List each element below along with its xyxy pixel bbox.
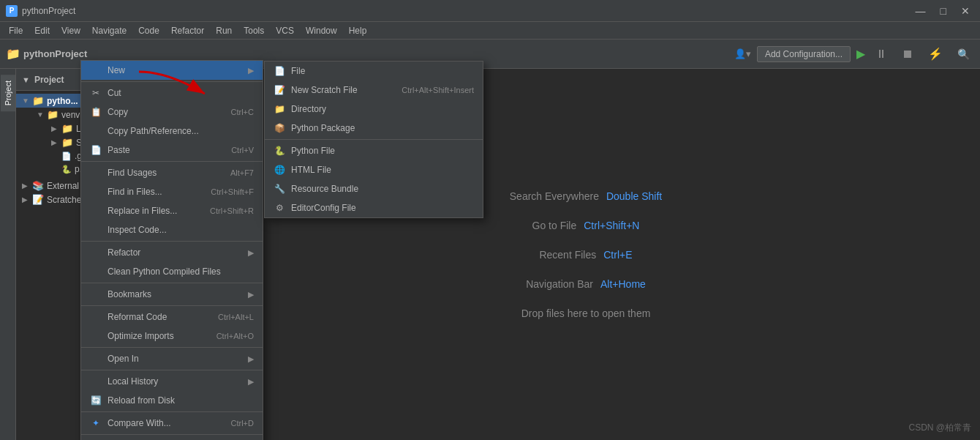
paste-icon: 📄 (90, 144, 102, 156)
ctx-replaceinfiles-label: Replace in Files... (108, 206, 204, 216)
separator-5 (81, 305, 263, 306)
ctx-cleancompiled[interactable]: Clean Python Compiled Files (81, 262, 263, 281)
comparewith-icon: ✦ (90, 417, 102, 429)
project-panel-title: Project (34, 75, 64, 85)
inspectcode-icon (90, 224, 102, 236)
tree-arrow-root: ▼ (22, 97, 29, 105)
ctx-paste[interactable]: 📄 Paste Ctrl+V (81, 141, 263, 160)
ctx-findinfiles-label: Find in Files... (108, 187, 205, 197)
ctx-findinfiles[interactable]: Find in Files... Ctrl+Shift+F (81, 182, 263, 201)
menu-help[interactable]: Help (343, 24, 373, 37)
context-menu: New ▶ 📄 File 📝 New Scratch File Ctrl+Alt… (80, 60, 263, 440)
separator-1 (81, 81, 263, 82)
project-name: pythonProject (23, 48, 87, 59)
menu-window[interactable]: Window (300, 24, 343, 37)
hint-recentfiles-text: Recent Files (539, 249, 596, 261)
ctx-findusages-label: Find Usages (108, 168, 225, 178)
ctx-new[interactable]: New ▶ 📄 File 📝 New Scratch File Ctrl+Alt… (81, 61, 263, 80)
user-icon[interactable]: 👤▾ (734, 48, 751, 59)
hint-gotofile: Go to File Ctrl+Shift+N (532, 220, 640, 231)
menu-run[interactable]: Run (210, 24, 238, 37)
ctx-reloadfromdisk-label: Reload from Disk (108, 395, 254, 406)
file-icon-main: 🐍 (61, 165, 72, 174)
ctx-findusages[interactable]: Find Usages Alt+F7 (81, 163, 263, 182)
search-btn[interactable]: 🔍 (953, 47, 974, 61)
tree-arrow-venv: ▼ (37, 111, 44, 119)
htmlfile-icon: 🌐 (274, 164, 285, 176)
ctx-optimizeimports[interactable]: Optimize Imports Ctrl+Alt+O (81, 327, 263, 346)
ctx-inspectcode[interactable]: Inspect Code... (81, 220, 263, 239)
menu-refactor[interactable]: Refactor (165, 24, 210, 37)
ctx-bookmarks[interactable]: Bookmarks ▶ (81, 285, 263, 304)
ctx-localhistory-label: Local History (108, 376, 239, 387)
ctx-paste-shortcut: Ctrl+V (231, 146, 254, 154)
sub-pythonpkg-label: Python Package (291, 123, 474, 133)
ctx-findinfiles-shortcut: Ctrl+Shift+F (211, 187, 254, 196)
scratch-icon: 📝 (274, 84, 285, 96)
menu-code[interactable]: Code (132, 24, 165, 37)
hint-search-text: Search Everywhere (510, 190, 599, 202)
maximize-btn[interactable]: □ (936, 4, 951, 18)
sub-newscratch[interactable]: 📝 New Scratch File Ctrl+Alt+Shift+Insert (265, 81, 483, 100)
menu-edit[interactable]: Edit (29, 24, 56, 37)
menu-file[interactable]: File (3, 24, 29, 37)
localhistory-arrow: ▶ (248, 377, 254, 387)
copypath-icon (90, 125, 102, 137)
folder-icon-root: 📁 (32, 95, 44, 106)
folder-icon-venv: 📁 (47, 109, 59, 120)
openin-arrow: ▶ (248, 354, 254, 364)
ctx-findusages-shortcut: Alt+F7 (230, 168, 254, 177)
ctx-inspectcode-label: Inspect Code... (108, 225, 254, 235)
menu-tools[interactable]: Tools (238, 24, 270, 37)
menu-navigate[interactable]: Navigate (86, 24, 132, 37)
ctx-comparewith[interactable]: ✦ Compare With... Ctrl+D (81, 414, 263, 433)
sub-file[interactable]: 📄 File (265, 61, 483, 81)
folder-icon-scripts: 📁 (61, 137, 73, 148)
ctx-copypath[interactable]: Copy Path/Reference... (81, 122, 263, 141)
ctx-cut[interactable]: ✂ Cut (81, 83, 263, 102)
ctx-reloadfromdisk[interactable]: 🔄 Reload from Disk (81, 391, 263, 410)
toolbar-right: 👤▾ Add Configuration... ▶ ⏸ ⏹ ⚡ 🔍 (734, 45, 974, 62)
pause-btn[interactable]: ⏸ (871, 46, 892, 62)
coverage-btn[interactable]: ⚡ (924, 45, 947, 62)
sub-editorconfigfile-label: EditorConfig File (291, 203, 474, 213)
sub-resourcebundle[interactable]: 🔧 Resource Bundle (265, 179, 483, 198)
sub-editorconfigfile[interactable]: ⚙ EditorConfig File (265, 198, 483, 217)
add-configuration-btn[interactable]: Add Configuration... (757, 46, 851, 62)
resourcebundle-icon: 🔧 (274, 183, 285, 195)
minimize-btn[interactable]: — (911, 4, 930, 18)
scratches-icon: 📝 (32, 194, 44, 205)
ctx-localhistory[interactable]: Local History ▶ (81, 372, 263, 391)
ctx-paste-label: Paste (108, 145, 225, 155)
menu-view[interactable]: View (56, 24, 86, 37)
stop-btn[interactable]: ⏹ (897, 46, 918, 62)
separator-6 (81, 347, 263, 348)
watermark: CSDN @柏常青 (908, 422, 971, 434)
ctx-copy-label: Copy (108, 107, 225, 117)
sub-htmlfile-label: HTML File (291, 165, 474, 175)
openin-icon (90, 353, 102, 365)
folder-icon-lib: 📁 (61, 123, 73, 134)
ctx-reformatcode[interactable]: Reformat Code Ctrl+Alt+L (81, 307, 263, 327)
new-submenu: 📄 File 📝 New Scratch File Ctrl+Alt+Shift… (264, 61, 483, 218)
ctx-copy[interactable]: 📋 Copy Ctrl+C (81, 102, 263, 122)
side-tab-project[interactable]: Project (1, 75, 15, 111)
ctx-optimizeimports-label: Optimize Imports (108, 331, 211, 341)
close-btn[interactable]: ✕ (957, 4, 974, 18)
window-controls[interactable]: — □ ✕ (911, 4, 974, 18)
sub-newscratch-label: New Scratch File (291, 85, 396, 95)
ctx-openin[interactable]: Open In ▶ (81, 349, 263, 368)
sub-pythonpkg[interactable]: 📦 Python Package (265, 119, 483, 138)
hint-navbar: Navigation Bar Alt+Home (526, 278, 646, 290)
ctx-replaceinfiles[interactable]: Replace in Files... Ctrl+Shift+R (81, 201, 263, 220)
run-btn[interactable]: ▶ (856, 47, 865, 61)
ctx-refactor[interactable]: Refactor ▶ (81, 243, 263, 262)
sub-htmlfile[interactable]: 🌐 HTML File (265, 160, 483, 179)
tree-arrow-scripts: ▶ (51, 138, 59, 146)
sub-pythonfile[interactable]: 🐍 Python File (265, 141, 483, 160)
sub-file-label: File (291, 66, 474, 76)
menu-vcs[interactable]: VCS (270, 24, 300, 37)
ctx-markdirectoryas[interactable]: Mark Directory as ▶ (81, 436, 263, 440)
sub-directory[interactable]: 📁 Directory (265, 100, 483, 119)
reloadfromdisk-icon: 🔄 (90, 395, 102, 406)
